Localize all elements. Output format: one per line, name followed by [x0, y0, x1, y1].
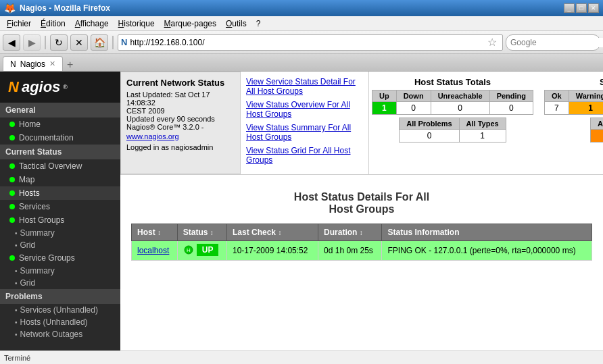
- sidebar-item-documentation-label: Documentation: [19, 133, 74, 142]
- host-types-label: All Types: [459, 118, 506, 130]
- host-status-table: Up Down Unreachable Pending 1 0 0 0: [372, 90, 533, 115]
- sidebar-item-map[interactable]: Map: [0, 173, 120, 186]
- col-duration: Duration ↕: [318, 224, 382, 241]
- host-val-pending[interactable]: 0: [489, 102, 533, 115]
- svc-val-warning[interactable]: 1: [569, 102, 603, 115]
- host-problems-val[interactable]: 0: [400, 130, 459, 142]
- svc-problems-val[interactable]: 1: [591, 130, 603, 142]
- host-status-totals: Host Status Totals Up Down Unreachable P…: [372, 77, 533, 142]
- home-button[interactable]: 🏠: [91, 34, 108, 51]
- col-status: Status ↕: [177, 224, 226, 241]
- close-button[interactable]: ✕: [588, 3, 599, 13]
- host-groups-dot: [9, 217, 15, 223]
- table-row: localhost H UP 10-17-2009 14:05:: [132, 241, 592, 261]
- menu-help[interactable]: ?: [252, 18, 265, 30]
- sidebar-subitem-hosts-unhandled[interactable]: • Hosts (Unhandled): [0, 316, 120, 328]
- sidebar-subitem-sg-summary[interactable]: • Summary: [0, 265, 120, 277]
- sidebar-subitem-summary[interactable]: • Summary: [0, 227, 120, 239]
- tab-nagios[interactable]: N Nagios ✕: [3, 56, 63, 71]
- tab-nagios-label: Nagios: [20, 59, 45, 69]
- grid-bullet: •: [15, 242, 18, 249]
- menu-outils[interactable]: Outils: [222, 18, 251, 30]
- hosts-unhandled-bullet: •: [15, 319, 18, 326]
- sidebar-item-tactical-overview[interactable]: Tactical Overview: [0, 159, 120, 173]
- sidebar-item-hosts[interactable]: Hosts: [0, 186, 120, 200]
- service-groups-dot: [9, 255, 15, 261]
- nagios-address-icon: N: [121, 37, 127, 47]
- sidebar-item-service-groups[interactable]: Service Groups: [0, 251, 120, 265]
- sidebar-subitem-network-outages-label: Network Outages: [20, 330, 83, 339]
- col-status-label: Status: [183, 228, 208, 237]
- sidebar-subitem-grid[interactable]: • Grid: [0, 239, 120, 251]
- nagios-logo-text: agios: [22, 78, 60, 96]
- documentation-status-dot: [9, 135, 15, 140]
- menu-marquepages[interactable]: Marque-pages: [160, 18, 220, 30]
- tactical-overview-dot: [9, 163, 15, 169]
- sidebar-item-documentation[interactable]: Documentation: [0, 131, 120, 145]
- sidebar-item-services[interactable]: Services: [0, 200, 120, 213]
- row-info: FPING OK - 127.0.0.1 (perte=0%, rta=0,00…: [382, 241, 592, 261]
- address-input[interactable]: [130, 38, 482, 47]
- svc-problems-table: All Problems All Types 1 8: [590, 118, 603, 142]
- services-dot: [9, 204, 15, 209]
- sidebar-item-home[interactable]: Home: [0, 118, 120, 131]
- reload-button[interactable]: ↻: [50, 34, 68, 51]
- col-last-check-label: Last Check: [233, 228, 276, 237]
- col-host-sort-icon[interactable]: ↕: [158, 229, 161, 236]
- menu-fichier[interactable]: Fichier: [3, 18, 35, 30]
- sidebar-subitem-services-unhandled[interactable]: • Services (Unhandled): [0, 304, 120, 316]
- host-val-up[interactable]: 1: [372, 102, 397, 115]
- col-host: Host ↕: [132, 224, 178, 241]
- host-val-unreachable[interactable]: 0: [431, 102, 489, 115]
- host-col-unreachable: Unreachable: [431, 90, 489, 102]
- back-button[interactable]: ◀: [3, 34, 20, 51]
- address-bar[interactable]: N ☆: [118, 34, 503, 51]
- navbar: ◀ ▶ ↻ ✕ 🏠 N ☆ 🔍: [0, 31, 603, 54]
- host-col-pending: Pending: [489, 90, 533, 102]
- nagios-website-link[interactable]: www.nagios.org: [126, 132, 235, 140]
- forward-button[interactable]: ▶: [23, 34, 41, 51]
- host-link[interactable]: localhost: [137, 246, 169, 255]
- tabbar: N Nagios ✕ +: [0, 54, 603, 72]
- minimize-button[interactable]: _: [564, 3, 575, 13]
- col-status-sort-icon[interactable]: ↕: [210, 229, 214, 236]
- link-status-overview[interactable]: View Status Overview For All Host Groups: [246, 100, 363, 119]
- window-controls[interactable]: _ □ ✕: [564, 3, 599, 13]
- sidebar-section-problems: Problems: [0, 289, 120, 304]
- svc-val-ok[interactable]: 7: [545, 102, 569, 115]
- maximize-button[interactable]: □: [576, 3, 587, 13]
- host-types-val[interactable]: 1: [459, 130, 506, 142]
- sidebar-logo: N agios ®: [0, 72, 120, 103]
- host-col-down: Down: [396, 90, 431, 102]
- bookmark-star-icon[interactable]: ☆: [485, 36, 500, 49]
- sidebar-subitem-sg-summary-label: Summary: [20, 266, 55, 276]
- link-status-summary[interactable]: View Status Summary For All Host Groups: [246, 123, 363, 142]
- sidebar-subitem-sg-grid[interactable]: • Grid: [0, 277, 120, 289]
- menu-edition[interactable]: Édition: [37, 18, 70, 30]
- sidebar-subitem-network-outages[interactable]: • Network Outages: [0, 328, 120, 340]
- col-duration-sort-icon[interactable]: ↕: [360, 229, 363, 236]
- search-bar[interactable]: 🔍: [506, 34, 600, 51]
- link-status-grid[interactable]: View Status Grid For All Host Groups: [246, 146, 363, 165]
- services-unhandled-bullet: •: [15, 307, 18, 314]
- host-val-down[interactable]: 0: [396, 102, 431, 115]
- link-service-status-detail[interactable]: View Service Status Detail For All Host …: [246, 77, 363, 96]
- search-input[interactable]: [510, 38, 603, 47]
- svc-col-ok: Ok: [545, 90, 569, 102]
- tab-close-icon[interactable]: ✕: [49, 59, 55, 68]
- summary-bullet: •: [15, 230, 18, 237]
- window-titlebar: 🦊 Nagios - Mozilla Firefox _ □ ✕: [0, 0, 603, 16]
- col-last-check-sort-icon[interactable]: ↕: [278, 229, 281, 236]
- detail-title: Host Status Details For AllHost Groups: [131, 191, 592, 215]
- stop-button[interactable]: ✕: [70, 34, 88, 51]
- sidebar-item-host-groups[interactable]: Host Groups: [0, 213, 120, 227]
- detail-table: Host ↕ Status ↕ Last Check ↕ Durati: [131, 224, 592, 261]
- host-status-title: Host Status Totals: [372, 77, 533, 87]
- new-tab-button[interactable]: +: [64, 59, 76, 71]
- sidebar-item-map-label: Map: [19, 175, 34, 184]
- sidebar-item-service-groups-label: Service Groups: [19, 253, 75, 263]
- menu-affichage[interactable]: Affichage: [71, 18, 113, 30]
- col-status-info: Status Information: [382, 224, 592, 241]
- menu-historique[interactable]: Historique: [114, 18, 159, 30]
- cest: CEST 2009: [126, 107, 235, 115]
